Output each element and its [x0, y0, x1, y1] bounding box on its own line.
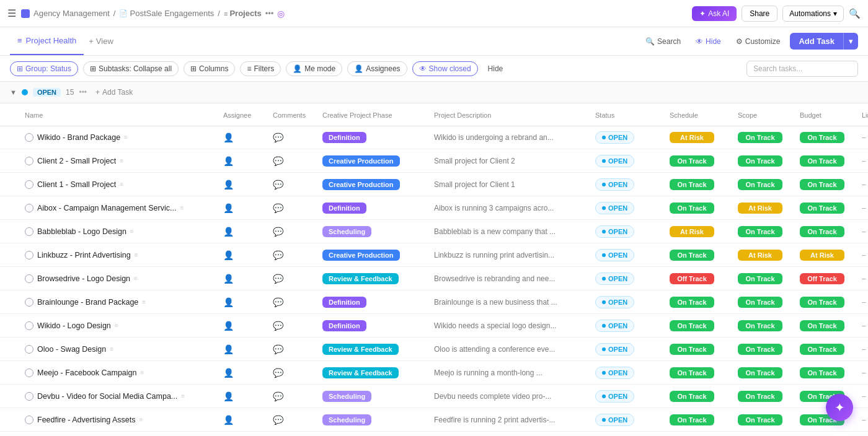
task-schedule[interactable]: On Track	[667, 367, 735, 378]
task-budget[interactable]: At Risk	[797, 250, 859, 261]
table-row[interactable]: Wikido - Brand Package ≡ 👤 💬 Definition …	[0, 126, 868, 149]
task-schedule[interactable]: On Track	[667, 203, 735, 214]
task-comments[interactable]: 💬	[270, 297, 320, 307]
task-linked-docs[interactable]: –	[859, 133, 868, 142]
table-row[interactable]: Aibox - Campaign Management Servic... ≡ …	[0, 196, 868, 220]
task-comments[interactable]: 💬	[270, 180, 320, 190]
task-schedule[interactable]: On Track	[667, 320, 735, 331]
task-status[interactable]: OPEN	[593, 367, 667, 379]
task-status[interactable]: OPEN	[593, 225, 667, 238]
comment-icon[interactable]: 💬	[273, 391, 283, 401]
task-assignee[interactable]: 👤	[221, 368, 270, 378]
task-linked-docs[interactable]: –	[859, 180, 868, 189]
assignee-icon[interactable]: 👤	[223, 297, 234, 307]
task-comments[interactable]: 💬	[270, 321, 320, 331]
task-schedule[interactable]: On Track	[667, 179, 735, 190]
task-scope[interactable]: On Track	[735, 273, 797, 284]
comment-icon[interactable]: 💬	[273, 297, 283, 307]
task-comments[interactable]: 💬	[270, 344, 320, 354]
assignee-icon[interactable]: 👤	[223, 156, 234, 166]
task-scope[interactable]: On Track	[735, 320, 797, 331]
task-comments[interactable]: 💬	[270, 250, 320, 260]
task-phase[interactable]: Definition	[320, 320, 432, 331]
assignee-icon[interactable]: 👤	[223, 344, 234, 354]
assignee-icon[interactable]: 👤	[223, 274, 234, 284]
task-linked-docs[interactable]: –	[859, 298, 868, 307]
assignee-icon[interactable]: 👤	[223, 203, 234, 213]
task-schedule[interactable]: On Track	[667, 391, 735, 402]
task-assignee[interactable]: 👤	[221, 133, 270, 142]
task-linked-docs[interactable]: –	[859, 227, 868, 236]
filter-group-status[interactable]: ⊞ Group: Status	[10, 61, 78, 76]
task-status[interactable]: OPEN	[593, 296, 667, 308]
task-schedule[interactable]: At Risk	[667, 132, 735, 143]
table-row[interactable]: Client 1 - Small Project ≡ 👤 💬 Creative …	[0, 173, 868, 196]
task-budget[interactable]: Off Track	[797, 273, 859, 284]
task-assignee[interactable]: 👤	[221, 156, 270, 166]
assignee-icon[interactable]: 👤	[223, 180, 234, 190]
task-scope[interactable]: At Risk	[735, 250, 797, 261]
task-status[interactable]: OPEN	[593, 178, 667, 191]
task-linked-docs[interactable]: –	[859, 392, 868, 401]
assignee-icon[interactable]: 👤	[223, 368, 234, 378]
task-schedule[interactable]: On Track	[667, 250, 735, 261]
table-row[interactable]: Oloo - Swag Design ≡ 👤 💬 Review & Feedba…	[0, 338, 868, 361]
filter-assignees[interactable]: 👤 Assignees	[347, 61, 407, 76]
task-linked-docs[interactable]: –	[859, 321, 868, 330]
comment-icon[interactable]: 💬	[273, 133, 283, 142]
assignee-icon[interactable]: 👤	[223, 415, 234, 425]
task-comments[interactable]: 💬	[270, 156, 320, 166]
task-linked-docs[interactable]: –	[859, 251, 868, 259]
task-linked-docs[interactable]: –	[859, 368, 868, 377]
task-phase[interactable]: Creative Production	[320, 250, 432, 261]
task-status[interactable]: OPEN	[593, 249, 667, 261]
filter-filters[interactable]: ≡ Filters	[240, 61, 281, 76]
task-budget[interactable]: On Track	[797, 132, 859, 143]
task-schedule[interactable]: On Track	[667, 414, 735, 425]
task-linked-docs[interactable]: –	[859, 345, 868, 354]
task-scope[interactable]: On Track	[735, 344, 797, 355]
task-status[interactable]: OPEN	[593, 202, 667, 214]
comment-icon[interactable]: 💬	[273, 415, 283, 425]
fab-button[interactable]: ✦	[826, 394, 853, 421]
assignee-icon[interactable]: 👤	[223, 321, 234, 331]
task-status[interactable]: OPEN	[593, 414, 667, 426]
task-comments[interactable]: 💬	[270, 391, 320, 401]
comment-icon[interactable]: 💬	[273, 368, 283, 378]
assignee-icon[interactable]: 👤	[223, 133, 234, 142]
task-phase[interactable]: Review & Feedback	[320, 367, 432, 378]
tab-project-health[interactable]: ≡ Project Health	[10, 27, 84, 55]
activity-icon[interactable]: ◎	[277, 9, 285, 19]
task-schedule[interactable]: On Track	[667, 155, 735, 167]
task-phase[interactable]: Scheduling	[320, 414, 432, 425]
table-row[interactable]: Meejo - Facebook Campaign ≡ 👤 💬 Review &…	[0, 361, 868, 385]
task-comments[interactable]: 💬	[270, 133, 320, 142]
table-row[interactable]: Feedfire - Advertising Assets ≡ 👤 💬 Sche…	[0, 408, 868, 432]
task-phase[interactable]: Creative Production	[320, 155, 432, 167]
table-row[interactable]: Client 2 - Small Project ≡ 👤 💬 Creative …	[0, 149, 868, 173]
task-status[interactable]: OPEN	[593, 272, 667, 285]
ask-ai-button[interactable]: ✦ Ask AI	[692, 6, 737, 21]
comment-icon[interactable]: 💬	[273, 344, 283, 354]
task-budget[interactable]: On Track	[797, 344, 859, 355]
task-scope[interactable]: At Risk	[735, 203, 797, 214]
task-assignee[interactable]: 👤	[221, 274, 270, 284]
task-phase[interactable]: Definition	[320, 297, 432, 308]
task-linked-docs[interactable]: –	[859, 274, 868, 283]
task-phase[interactable]: Review & Feedback	[320, 273, 432, 284]
assignee-icon[interactable]: 👤	[223, 250, 234, 260]
task-budget[interactable]: On Track	[797, 226, 859, 237]
table-row[interactable]: Browsedrive - Logo Design ≡ 👤 💬 Review &…	[0, 267, 868, 290]
task-assignee[interactable]: 👤	[221, 297, 270, 307]
filter-show-closed[interactable]: 👁 Show closed	[412, 61, 478, 76]
task-assignee[interactable]: 👤	[221, 321, 270, 331]
breadcrumb-agency[interactable]: Agency Management	[33, 9, 110, 18]
share-button[interactable]: Share	[742, 6, 777, 22]
task-schedule[interactable]: Off Track	[667, 273, 735, 284]
task-scope[interactable]: On Track	[735, 155, 797, 167]
task-linked-docs[interactable]: –	[859, 157, 868, 165]
hide-button[interactable]: 👁 Hide	[691, 35, 726, 48]
comment-icon[interactable]: 💬	[273, 203, 283, 213]
task-scope[interactable]: On Track	[735, 367, 797, 378]
automations-button[interactable]: Automations ▾	[782, 6, 844, 22]
